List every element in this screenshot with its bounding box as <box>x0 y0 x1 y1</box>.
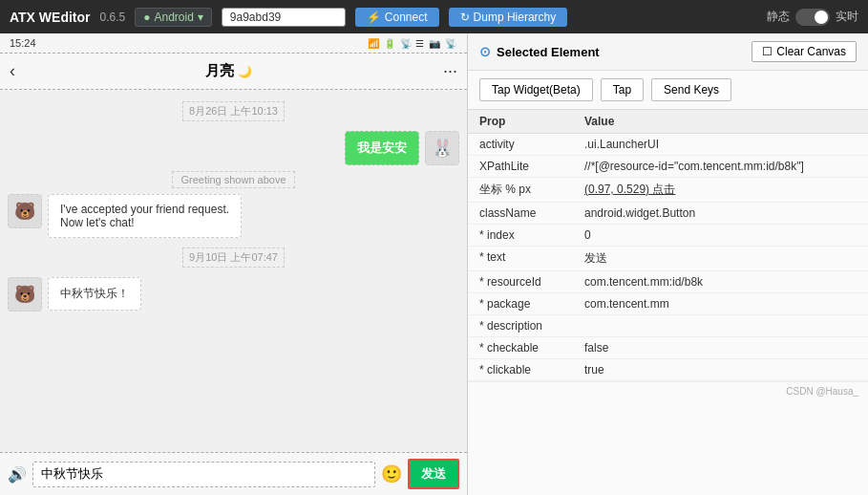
col-value: Value <box>573 110 868 134</box>
table-row: * packagecom.tencent.mm <box>468 293 868 315</box>
tap-button[interactable]: Tap <box>601 78 644 101</box>
prop-value: true <box>573 359 868 381</box>
chat-area[interactable]: 8月26日 上午10:13 我是安安 🐰 Greeting shown abov… <box>0 90 467 452</box>
table-row: classNameandroid.widget.Button <box>468 203 868 225</box>
phone-screen[interactable]: 15:24 📶 🔋 📡 ☰ 📷 📡 ‹ 月亮 🌙 ··· 8月26日 上午10:… <box>0 33 467 495</box>
checkbox-icon: ☐ <box>762 45 773 58</box>
selected-element-label: ⊙ Selected Element <box>479 44 600 59</box>
android-selector[interactable]: ● Android ▾ <box>135 8 212 27</box>
table-row: * clickabletrue <box>468 359 868 381</box>
action-buttons: Tap Widget(Beta) Tap Send Keys <box>468 71 868 110</box>
dump-hierarchy-button[interactable]: ↻ Dump Hierarchy <box>449 8 568 27</box>
prop-value: false <box>573 337 868 359</box>
bubble-green-1: 我是安安 <box>345 131 419 165</box>
mode-toggle-group: 静态 实时 <box>767 9 858 26</box>
greeting-note: Greeting shown above <box>172 171 294 188</box>
app-title: ATX WEditor <box>10 10 91 25</box>
chat-date-1: 8月26日 上午10:13 <box>182 101 285 121</box>
chat-msg-left-1: 🐻 I've accepted your friend request. Now… <box>8 194 459 238</box>
tap-widget-button[interactable]: Tap Widget(Beta) <box>479 78 593 101</box>
prop-value[interactable]: (0.97, 0.529) 点击 <box>573 178 868 203</box>
prop-key: * index <box>468 225 573 247</box>
selected-element-icon: ⊙ <box>479 44 491 59</box>
android-dot-icon: ● <box>143 11 150 24</box>
right-panel: ⊙ Selected Element ☐ Clear Canvas Tap Wi… <box>468 33 868 495</box>
col-prop: Prop <box>468 110 573 134</box>
refresh-icon: ↻ <box>460 11 470 24</box>
prop-value: com.tencent.mm:id/b8k <box>573 271 868 293</box>
main-layout: 15:24 📶 🔋 📡 ☰ 📷 📡 ‹ 月亮 🌙 ··· 8月26日 上午10:… <box>0 33 868 495</box>
prop-value <box>573 315 868 337</box>
table-row: * index0 <box>468 225 868 247</box>
prop-key: * text <box>468 247 573 271</box>
props-table: Prop Value activity.ui.LauncherUIXPathLi… <box>468 110 868 495</box>
static-label: 静态 <box>767 9 790 25</box>
prop-key: 坐标 % px <box>468 178 573 203</box>
prop-key: className <box>468 203 573 225</box>
bubble-mid: 中秋节快乐！ <box>48 277 141 311</box>
connect-icon: ⚡ <box>367 11 381 24</box>
prop-key: * resourceId <box>468 271 573 293</box>
chat-text-input[interactable] <box>32 462 375 487</box>
send-keys-button[interactable]: Send Keys <box>651 78 731 101</box>
prop-key: XPathLite <box>468 156 573 178</box>
phone-time: 15:24 <box>10 37 36 49</box>
mode-toggle-switch[interactable] <box>795 9 830 26</box>
top-bar: ATX WEditor 0.6.5 ● Android ▾ ⚡ Connect … <box>0 0 868 33</box>
prop-value: com.tencent.mm <box>573 293 868 315</box>
footer-note: CSDN @Hausa_ <box>468 381 868 400</box>
realtime-label: 实时 <box>836 9 858 25</box>
prop-value: .ui.LauncherUI <box>573 134 868 156</box>
table-row: 坐标 % px(0.97, 0.529) 点击 <box>468 178 868 203</box>
send-button[interactable]: 发送 <box>408 459 459 489</box>
clear-canvas-button[interactable]: ☐ Clear Canvas <box>752 41 857 62</box>
wechat-header: ‹ 月亮 🌙 ··· <box>0 54 467 90</box>
prop-key: * package <box>468 293 573 315</box>
prop-value: 0 <box>573 225 868 247</box>
connect-button[interactable]: ⚡ Connect <box>355 8 439 27</box>
app-version: 0.6.5 <box>100 11 126 24</box>
chat-msg-left-2: 🐻 中秋节快乐！ <box>8 277 459 312</box>
prop-key: * description <box>468 315 573 337</box>
prop-value: android.widget.Button <box>573 203 868 225</box>
table-row: * text发送 <box>468 247 868 271</box>
prop-value: 发送 <box>573 247 868 271</box>
table-row: XPathLite//*[@resource-id="com.tencent.m… <box>468 156 868 178</box>
avatar-right: 🐰 <box>425 131 459 165</box>
properties-table: Prop Value activity.ui.LauncherUIXPathLi… <box>468 110 868 381</box>
chevron-down-icon: ▾ <box>198 11 203 24</box>
device-id-input[interactable] <box>222 8 346 27</box>
back-button[interactable]: ‹ <box>10 61 15 81</box>
status-icons: 📶 🔋 📡 ☰ 📷 📡 <box>368 38 457 49</box>
prop-key: activity <box>468 134 573 156</box>
chat-input-bar: 🔊 🙂 发送 <box>0 452 467 495</box>
table-row: * resourceIdcom.tencent.mm:id/b8k <box>468 271 868 293</box>
android-label: Android <box>154 11 193 24</box>
title-emoji: 🌙 <box>238 65 252 78</box>
phone-panel: 15:24 📶 🔋 📡 ☰ 📷 📡 ‹ 月亮 🌙 ··· 8月26日 上午10:… <box>0 33 468 495</box>
prop-value: //*[@resource-id="com.tencent.mm:id/b8k"… <box>573 156 868 178</box>
prop-key: * checkable <box>468 337 573 359</box>
chat-title: 月亮 🌙 <box>205 62 252 80</box>
chat-msg-right-1: 我是安安 🐰 <box>8 131 459 165</box>
table-row: * description <box>468 315 868 337</box>
emoji-icon[interactable]: 🙂 <box>381 463 402 484</box>
more-button[interactable]: ··· <box>443 61 457 81</box>
chat-date-2: 9月10日 上午07:47 <box>182 248 285 268</box>
table-row: activity.ui.LauncherUI <box>468 134 868 156</box>
phone-status-bar: 15:24 📶 🔋 📡 ☰ 📷 📡 <box>0 33 467 54</box>
voice-icon[interactable]: 🔊 <box>8 465 27 484</box>
prop-key: * clickable <box>468 359 573 381</box>
table-row: * checkablefalse <box>468 337 868 359</box>
avatar-left-2: 🐻 <box>8 277 42 312</box>
avatar-left-1: 🐻 <box>8 194 42 228</box>
bubble-friend-request: I've accepted your friend request. Now l… <box>48 194 242 238</box>
right-panel-header: ⊙ Selected Element ☐ Clear Canvas <box>468 33 868 71</box>
